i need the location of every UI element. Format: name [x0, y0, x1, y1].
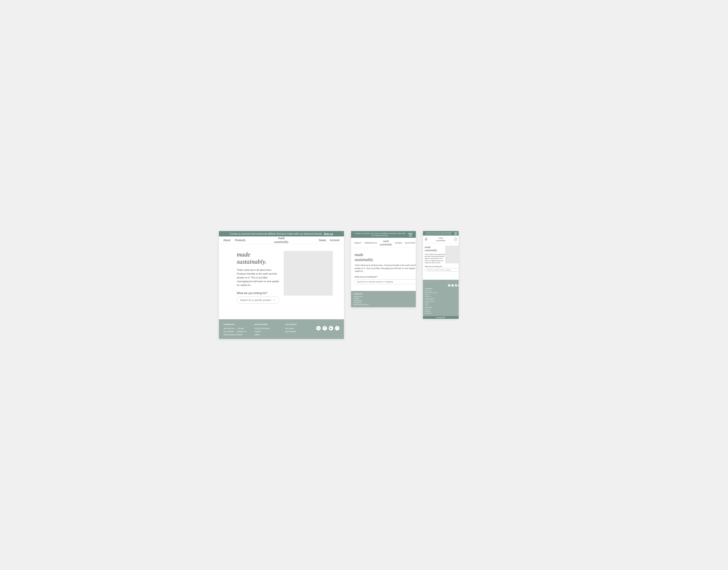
hero-image — [284, 251, 333, 296]
mobile-link-careers[interactable]: Careers — [425, 294, 459, 295]
desktop-footer: COMPANY Who We Are Careers Our Brands Co… — [219, 319, 344, 339]
banner-signup-link[interactable]: Sign up — [324, 232, 333, 235]
tablet-nav-about[interactable]: ABOUT — [354, 242, 362, 244]
instagram-icon[interactable]: ◎ — [316, 326, 321, 330]
footer-link-offers[interactable]: Offers — [255, 334, 286, 336]
mobile-link-my-reviews[interactable]: My Reviews — [425, 313, 459, 314]
frame-desktop: Create an account and unlock all affilia… — [219, 231, 344, 339]
footer-link-contact-us[interactable]: Contact Us — [236, 330, 246, 333]
facebook-icon[interactable]: f — [335, 326, 339, 330]
footer-link-my-saves[interactable]: My Saves — [285, 327, 316, 329]
footer-link-articles[interactable]: Articles — [255, 330, 286, 333]
pinterest-icon[interactable]: P — [323, 326, 327, 330]
mobile-facebook-icon[interactable]: f — [458, 284, 459, 287]
brand-title-line2: sustainably. — [237, 258, 279, 265]
mobile-nav-logo[interactable]: made sustainably. — [428, 237, 454, 242]
footer-account-heading: ACCOUNT — [285, 323, 316, 325]
mobile-youtube-icon[interactable]: ▶ — [455, 284, 457, 287]
svg-line-1 — [284, 251, 333, 296]
tablet-nav-saves[interactable]: SAVES — [395, 242, 402, 244]
logo-line2: sustainably. — [274, 240, 289, 244]
tablet-title-line1: made — [355, 253, 416, 257]
tablet-company-heading: COMPANY — [354, 293, 416, 295]
nav-about[interactable]: About — [224, 239, 230, 242]
tablet-search-box[interactable] — [355, 279, 416, 284]
mobile-title-line1: made — [425, 246, 446, 249]
tablet-link-careers[interactable]: Careers — [354, 298, 416, 299]
mobile-link-my-saves[interactable]: My Saves — [425, 311, 459, 312]
tablet-search-input[interactable] — [357, 281, 416, 283]
mobile-pinterest-icon[interactable]: P — [451, 284, 454, 287]
nav-logo[interactable]: made sustainably. — [274, 236, 289, 244]
tablet-link-our-brands[interactable]: Our Brands — [354, 300, 416, 301]
mobile-link-contact-us[interactable]: Contact Us — [425, 296, 459, 297]
footer-company-heading: COMPANY — [224, 323, 255, 325]
search-arrow-icon[interactable]: → — [273, 298, 276, 302]
tablet-banner-signup[interactable]: Sign up — [408, 232, 413, 236]
mobile-search-box[interactable] — [425, 268, 459, 272]
footer-account-col: ACCOUNT My Saves My Reviews — [285, 323, 316, 336]
mobile-link-who-we-are[interactable]: Who We Are — [425, 290, 459, 292]
brand-title: made sustainably. — [237, 251, 279, 265]
top-banner: Create an account and unlock all affilia… — [219, 231, 344, 236]
tablet-nav: ABOUT PRODUCTS made sustainably. SAVES A… — [351, 238, 416, 248]
footer-link-product-directory[interactable]: Product Directory — [255, 327, 286, 329]
mobile-banner-signup[interactable]: Sign up — [454, 232, 457, 235]
tablet-footer: COMPANY Who We Are Careers Our Brands Co… — [351, 291, 416, 307]
tablet-nav-links: ABOUT PRODUCTS — [354, 242, 377, 244]
mobile-company-heading: COMPANY — [425, 288, 459, 289]
search-box[interactable]: → — [237, 296, 279, 304]
mobile-link-product-directory[interactable]: Product Directory — [425, 300, 459, 302]
nav-saves[interactable]: Saves — [319, 239, 326, 242]
user-icon[interactable]: ⚬ — [454, 238, 457, 241]
search-input[interactable] — [240, 299, 271, 301]
footer-discovery-col: DISCOVERY Product Directory Articles Off… — [255, 323, 286, 336]
tablet-top-banner: Create an account and unlock all affilia… — [351, 231, 416, 238]
mobile-link-personal[interactable]: Personal — [425, 309, 459, 310]
footer-discovery-heading: DISCOVERY — [255, 323, 286, 325]
footer-link-careers[interactable]: Careers — [237, 327, 244, 329]
svg-line-4 — [445, 246, 459, 263]
tablet-company-links: Who We Are Careers Our Brands Contact Us… — [354, 296, 416, 305]
search-label: What are you looking for? — [237, 292, 279, 295]
tablet-nav-products[interactable]: PRODUCTS — [365, 242, 377, 244]
mobile-search-input[interactable] — [427, 269, 458, 271]
frame-mobile: Create an account and unlock all affilia… — [423, 231, 459, 319]
tablet-link-who-we-are[interactable]: Who We Are — [354, 296, 416, 297]
hamburger-icon[interactable]: ☰ — [425, 237, 428, 241]
nav-products[interactable]: Products — [235, 239, 245, 242]
svg-line-0 — [284, 251, 333, 296]
footer-link-our-brands[interactable]: Our Brands — [224, 330, 234, 333]
footer-company-links: Who We Are Careers Our Brands Contact Us… — [224, 327, 255, 336]
mobile-logo-line1: made — [428, 237, 454, 239]
mobile-link-articles[interactable]: Articles — [425, 302, 459, 304]
tablet-footer-company: COMPANY Who We Are Careers Our Brands Co… — [354, 293, 416, 305]
footer-link-who-we-are[interactable]: Who We Are — [224, 327, 235, 329]
footer-link-my-reviews[interactable]: My Reviews — [285, 330, 316, 333]
nav-account[interactable]: Account — [330, 239, 339, 242]
tablet-logo-line2: sustainably. — [380, 243, 392, 246]
banner-text: Create an account and unlock all affilia… — [230, 232, 323, 235]
footer-columns: COMPANY Who We Are Careers Our Brands Co… — [224, 323, 339, 336]
nav-right: Saves Account — [319, 239, 339, 242]
page-wrapper: Create an account and unlock all affilia… — [219, 231, 509, 339]
mobile-link-recommend[interactable]: Recommend a Brand — [425, 292, 459, 293]
spacer — [219, 308, 344, 315]
tablet-hero-text: made sustainably. That's what we're all … — [355, 253, 416, 286]
mobile-discovery-heading: DISCOVERY — [425, 298, 459, 300]
mobile-search-label: What are you looking for? — [425, 266, 459, 267]
tablet-nav-right: SAVES ACCOUNT — [395, 242, 416, 244]
footer-link-recommend[interactable]: Recommend a Brand — [224, 334, 242, 336]
youtube-icon[interactable]: ▶ — [329, 326, 333, 330]
tablet-link-recommend[interactable]: Recommend a Brand — [354, 304, 416, 305]
tablet-nav-logo[interactable]: made sustainably. — [380, 240, 392, 246]
mobile-hero-image — [445, 246, 459, 263]
tablet-nav-account[interactable]: ACCOUNT — [405, 242, 416, 244]
mobile-link-offers[interactable]: Offers — [425, 304, 459, 305]
tablet-link-contact-us[interactable]: Contact Us — [354, 302, 416, 303]
hero-text: made sustainably. That's what we're all … — [237, 251, 279, 304]
mobile-hero: made sustainably. That's what we're all … — [423, 243, 459, 273]
tablet-brand-title: made sustainably. — [355, 253, 416, 262]
logo-line1: made — [274, 236, 289, 240]
mobile-instagram-icon[interactable]: ◎ — [448, 284, 450, 287]
